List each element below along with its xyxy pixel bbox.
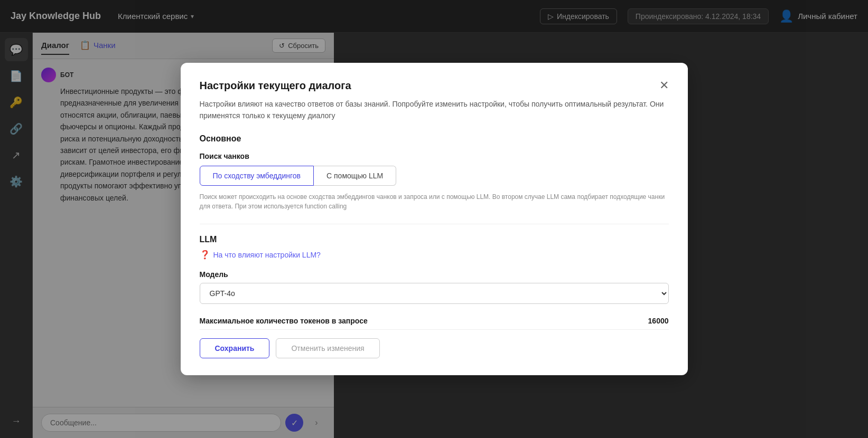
modal-section-basic: Основное xyxy=(200,134,669,144)
modal-footer: Сохранить Отменить изменения xyxy=(200,329,669,358)
help-circle-icon: ❓ xyxy=(200,250,210,260)
section-divider xyxy=(200,224,669,224)
modal-title: Настройки текущего диалога xyxy=(200,80,351,92)
model-select[interactable]: GPT-4o GPT-3.5 Turbo GPT-4 Claude 3 xyxy=(200,283,669,304)
tokens-row: Максимальное количество токенов в запрос… xyxy=(200,317,669,325)
search-method-group: По сходству эмбеддингов С помощью LLM xyxy=(200,166,669,186)
close-icon: ✕ xyxy=(659,79,669,92)
modal-header: Настройки текущего диалога ✕ xyxy=(200,80,669,92)
llm-help-link[interactable]: ❓ На что влияют настройки LLM? xyxy=(200,250,669,260)
tokens-label: Максимальное количество токенов в запрос… xyxy=(200,317,368,325)
chunk-search-label: Поиск чанков xyxy=(200,152,669,160)
settings-modal: Настройки текущего диалога ✕ Настройки в… xyxy=(181,63,688,376)
cancel-button[interactable]: Отменить изменения xyxy=(276,338,379,358)
modal-close-button[interactable]: ✕ xyxy=(659,80,669,91)
llm-section-title: LLM xyxy=(200,235,669,244)
modal-description: Настройки влияют на качество ответов от … xyxy=(200,98,669,122)
btn-embedding[interactable]: По сходству эмбеддингов xyxy=(200,166,314,186)
save-button[interactable]: Сохранить xyxy=(200,338,270,358)
modal-overlay[interactable]: Настройки текущего диалога ✕ Настройки в… xyxy=(0,0,868,438)
search-hint: Поиск может происходить на основе сходст… xyxy=(200,192,669,211)
tokens-value: 16000 xyxy=(648,317,669,325)
btn-llm-search[interactable]: С помощью LLM xyxy=(314,166,396,186)
model-label: Модель xyxy=(200,270,669,279)
